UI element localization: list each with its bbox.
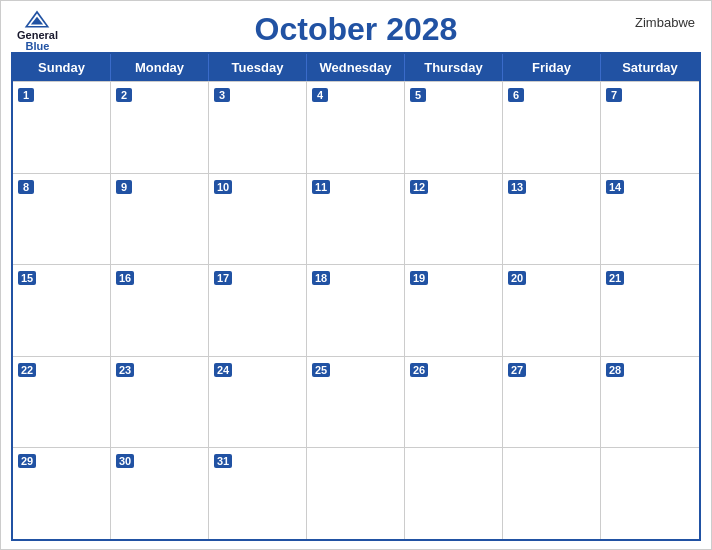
day-cell: 18 <box>307 265 405 356</box>
day-cell: 5 <box>405 82 503 173</box>
day-header-wednesday: Wednesday <box>307 54 405 81</box>
country-label: Zimbabwe <box>635 15 695 30</box>
day-number: 21 <box>606 271 624 285</box>
day-number: 11 <box>312 180 330 194</box>
calendar-header: General Blue October 2028 Zimbabwe <box>1 1 711 52</box>
day-number: 23 <box>116 363 134 377</box>
day-number: 30 <box>116 454 134 468</box>
weeks-container: 1234567891011121314151617181920212223242… <box>13 81 699 539</box>
calendar-container: General Blue October 2028 Zimbabwe Sunda… <box>0 0 712 550</box>
day-number: 28 <box>606 363 624 377</box>
week-row-5: 293031 <box>13 447 699 539</box>
day-number: 15 <box>18 271 36 285</box>
month-title: October 2028 <box>255 11 458 48</box>
day-cell: 2 <box>111 82 209 173</box>
day-number: 9 <box>116 180 132 194</box>
day-number: 4 <box>312 88 328 102</box>
day-number: 29 <box>18 454 36 468</box>
day-cell: 20 <box>503 265 601 356</box>
day-cell: 24 <box>209 357 307 448</box>
logo-icon <box>23 9 51 29</box>
day-number: 1 <box>18 88 34 102</box>
day-cell: 30 <box>111 448 209 539</box>
day-cell: 7 <box>601 82 699 173</box>
day-number: 7 <box>606 88 622 102</box>
day-number: 22 <box>18 363 36 377</box>
week-row-1: 1234567 <box>13 81 699 173</box>
calendar-grid: SundayMondayTuesdayWednesdayThursdayFrid… <box>11 52 701 541</box>
day-cell: 28 <box>601 357 699 448</box>
day-cell: 16 <box>111 265 209 356</box>
day-cell: 17 <box>209 265 307 356</box>
day-number: 19 <box>410 271 428 285</box>
day-cell: 21 <box>601 265 699 356</box>
day-cell: 29 <box>13 448 111 539</box>
day-cell: 8 <box>13 174 111 265</box>
day-cell: 19 <box>405 265 503 356</box>
day-cell: 31 <box>209 448 307 539</box>
day-number: 16 <box>116 271 134 285</box>
day-number: 18 <box>312 271 330 285</box>
day-header-saturday: Saturday <box>601 54 699 81</box>
day-number: 31 <box>214 454 232 468</box>
week-row-4: 22232425262728 <box>13 356 699 448</box>
day-number: 10 <box>214 180 232 194</box>
day-header-sunday: Sunday <box>13 54 111 81</box>
day-cell: 14 <box>601 174 699 265</box>
day-headers: SundayMondayTuesdayWednesdayThursdayFrid… <box>13 54 699 81</box>
day-cell: 26 <box>405 357 503 448</box>
day-cell: 15 <box>13 265 111 356</box>
day-number: 13 <box>508 180 526 194</box>
day-number: 5 <box>410 88 426 102</box>
day-cell: 13 <box>503 174 601 265</box>
day-cell <box>307 448 405 539</box>
day-number: 14 <box>606 180 624 194</box>
logo-blue-text: Blue <box>26 41 50 52</box>
day-number: 20 <box>508 271 526 285</box>
day-number: 25 <box>312 363 330 377</box>
day-number: 17 <box>214 271 232 285</box>
day-cell: 12 <box>405 174 503 265</box>
day-header-friday: Friday <box>503 54 601 81</box>
day-cell <box>503 448 601 539</box>
day-number: 24 <box>214 363 232 377</box>
day-cell: 4 <box>307 82 405 173</box>
day-header-monday: Monday <box>111 54 209 81</box>
week-row-2: 891011121314 <box>13 173 699 265</box>
logo-area: General Blue <box>17 9 58 52</box>
day-cell <box>405 448 503 539</box>
day-cell: 9 <box>111 174 209 265</box>
day-cell: 1 <box>13 82 111 173</box>
day-cell: 11 <box>307 174 405 265</box>
day-cell: 22 <box>13 357 111 448</box>
day-number: 12 <box>410 180 428 194</box>
day-number: 6 <box>508 88 524 102</box>
day-number: 2 <box>116 88 132 102</box>
day-cell: 23 <box>111 357 209 448</box>
day-header-tuesday: Tuesday <box>209 54 307 81</box>
day-cell: 3 <box>209 82 307 173</box>
week-row-3: 15161718192021 <box>13 264 699 356</box>
day-number: 26 <box>410 363 428 377</box>
day-cell: 27 <box>503 357 601 448</box>
day-cell: 6 <box>503 82 601 173</box>
day-cell: 10 <box>209 174 307 265</box>
day-header-thursday: Thursday <box>405 54 503 81</box>
day-number: 27 <box>508 363 526 377</box>
day-number: 8 <box>18 180 34 194</box>
day-number: 3 <box>214 88 230 102</box>
day-cell: 25 <box>307 357 405 448</box>
day-cell <box>601 448 699 539</box>
